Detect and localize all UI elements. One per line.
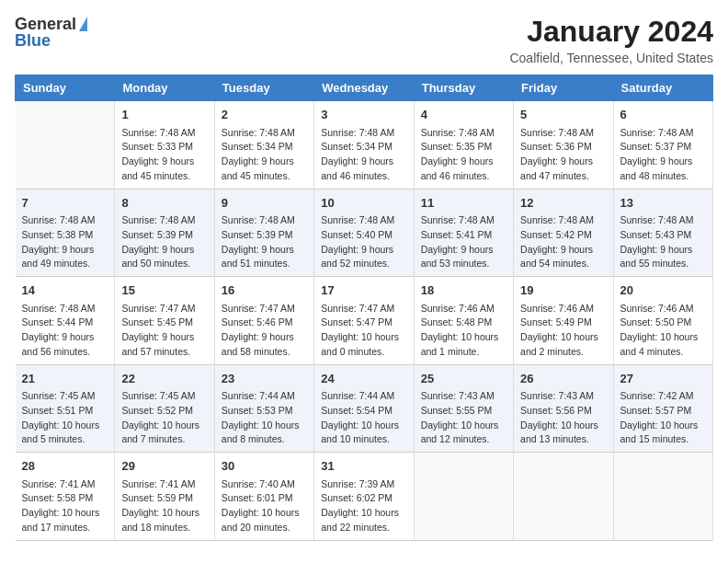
day-info: Sunrise: 7:44 AM Sunset: 5:53 PM Dayligh… — [222, 389, 307, 447]
day-number: 22 — [121, 370, 207, 388]
day-cell-17: 17Sunrise: 7:47 AM Sunset: 5:47 PM Dayli… — [314, 277, 414, 365]
day-number: 24 — [321, 370, 406, 388]
day-info: Sunrise: 7:43 AM Sunset: 5:56 PM Dayligh… — [520, 389, 606, 447]
day-cell-23: 23Sunrise: 7:44 AM Sunset: 5:53 PM Dayli… — [214, 364, 313, 453]
day-cell-27: 27Sunrise: 7:42 AM Sunset: 5:57 PM Dayli… — [613, 364, 712, 453]
title-area: January 2024 Coalfield, Tennessee, Unite… — [509, 15, 713, 65]
day-number: 8 — [121, 194, 207, 213]
day-info: Sunrise: 7:48 AM Sunset: 5:35 PM Dayligh… — [421, 126, 506, 184]
day-cell-19: 19Sunrise: 7:46 AM Sunset: 5:49 PM Dayli… — [514, 277, 613, 365]
day-cell-15: 15Sunrise: 7:47 AM Sunset: 5:45 PM Dayli… — [115, 277, 214, 365]
day-number: 14 — [22, 282, 108, 300]
day-info: Sunrise: 7:41 AM Sunset: 5:58 PM Dayligh… — [22, 477, 108, 535]
page-subtitle: Coalfield, Tennessee, United States — [509, 51, 713, 65]
day-info: Sunrise: 7:48 AM Sunset: 5:39 PM Dayligh… — [222, 213, 307, 271]
weekday-header-wednesday: Wednesday — [314, 75, 414, 101]
day-cell-21: 21Sunrise: 7:45 AM Sunset: 5:51 PM Dayli… — [16, 364, 115, 453]
day-info: Sunrise: 7:45 AM Sunset: 5:52 PM Dayligh… — [121, 389, 207, 447]
day-number: 3 — [321, 106, 406, 124]
day-cell-22: 22Sunrise: 7:45 AM Sunset: 5:52 PM Dayli… — [115, 364, 214, 453]
day-info: Sunrise: 7:48 AM Sunset: 5:39 PM Dayligh… — [121, 213, 207, 271]
day-info: Sunrise: 7:48 AM Sunset: 5:43 PM Dayligh… — [620, 213, 706, 271]
weekday-header-monday: Monday — [115, 75, 214, 101]
day-info: Sunrise: 7:48 AM Sunset: 5:38 PM Dayligh… — [22, 213, 108, 271]
day-number: 6 — [620, 106, 706, 124]
day-number: 20 — [620, 282, 706, 300]
day-number: 2 — [222, 106, 307, 124]
day-cell-25: 25Sunrise: 7:43 AM Sunset: 5:55 PM Dayli… — [414, 364, 513, 453]
week-row-4: 21Sunrise: 7:45 AM Sunset: 5:51 PM Dayli… — [16, 364, 713, 453]
day-cell-14: 14Sunrise: 7:48 AM Sunset: 5:44 PM Dayli… — [16, 277, 115, 365]
weekday-header-friday: Friday — [514, 75, 613, 101]
day-cell-10: 10Sunrise: 7:48 AM Sunset: 5:40 PM Dayli… — [314, 189, 414, 277]
week-row-2: 7Sunrise: 7:48 AM Sunset: 5:38 PM Daylig… — [16, 189, 713, 277]
day-number: 15 — [121, 282, 207, 300]
day-cell-4: 4Sunrise: 7:48 AM Sunset: 5:35 PM Daylig… — [414, 101, 513, 190]
day-info: Sunrise: 7:48 AM Sunset: 5:34 PM Dayligh… — [321, 126, 406, 184]
day-cell-2: 2Sunrise: 7:48 AM Sunset: 5:34 PM Daylig… — [214, 101, 313, 190]
empty-cell — [16, 101, 115, 190]
day-info: Sunrise: 7:48 AM Sunset: 5:37 PM Dayligh… — [620, 126, 706, 184]
day-info: Sunrise: 7:48 AM Sunset: 5:33 PM Dayligh… — [121, 126, 207, 184]
day-info: Sunrise: 7:46 AM Sunset: 5:49 PM Dayligh… — [520, 302, 606, 360]
day-number: 17 — [321, 282, 406, 300]
day-number: 11 — [421, 194, 506, 213]
day-cell-20: 20Sunrise: 7:46 AM Sunset: 5:50 PM Dayli… — [613, 277, 712, 365]
logo-blue-text: Blue — [15, 31, 51, 52]
day-number: 19 — [520, 282, 606, 300]
day-number: 18 — [421, 282, 506, 300]
day-number: 5 — [520, 106, 606, 124]
page-header: General Blue January 2024 Coalfield, Ten… — [15, 15, 713, 65]
day-cell-29: 29Sunrise: 7:41 AM Sunset: 5:59 PM Dayli… — [115, 453, 214, 541]
day-info: Sunrise: 7:48 AM Sunset: 5:40 PM Dayligh… — [321, 213, 406, 271]
day-cell-7: 7Sunrise: 7:48 AM Sunset: 5:38 PM Daylig… — [16, 189, 115, 277]
day-number: 1 — [121, 106, 207, 124]
weekday-header-thursday: Thursday — [414, 75, 513, 101]
day-number: 9 — [222, 194, 307, 213]
day-cell-24: 24Sunrise: 7:44 AM Sunset: 5:54 PM Dayli… — [314, 364, 414, 453]
day-info: Sunrise: 7:45 AM Sunset: 5:51 PM Dayligh… — [22, 389, 108, 447]
day-info: Sunrise: 7:43 AM Sunset: 5:55 PM Dayligh… — [421, 389, 506, 447]
day-info: Sunrise: 7:40 AM Sunset: 6:01 PM Dayligh… — [222, 477, 307, 535]
day-cell-8: 8Sunrise: 7:48 AM Sunset: 5:39 PM Daylig… — [115, 189, 214, 277]
day-info: Sunrise: 7:41 AM Sunset: 5:59 PM Dayligh… — [121, 477, 207, 535]
empty-cell — [514, 453, 613, 541]
day-number: 28 — [22, 457, 108, 476]
day-number: 7 — [22, 194, 108, 213]
day-info: Sunrise: 7:48 AM Sunset: 5:42 PM Dayligh… — [520, 213, 606, 271]
day-cell-16: 16Sunrise: 7:47 AM Sunset: 5:46 PM Dayli… — [214, 277, 313, 365]
day-number: 10 — [321, 194, 406, 213]
day-info: Sunrise: 7:47 AM Sunset: 5:45 PM Dayligh… — [121, 302, 207, 360]
day-info: Sunrise: 7:48 AM Sunset: 5:44 PM Dayligh… — [22, 302, 108, 360]
weekday-header-sunday: Sunday — [16, 75, 115, 101]
day-cell-26: 26Sunrise: 7:43 AM Sunset: 5:56 PM Dayli… — [514, 364, 613, 453]
logo-triangle-icon — [79, 17, 87, 31]
day-number: 27 — [620, 370, 706, 388]
week-row-1: 1Sunrise: 7:48 AM Sunset: 5:33 PM Daylig… — [16, 101, 713, 190]
day-cell-5: 5Sunrise: 7:48 AM Sunset: 5:36 PM Daylig… — [514, 101, 613, 190]
day-info: Sunrise: 7:39 AM Sunset: 6:02 PM Dayligh… — [321, 477, 406, 535]
day-info: Sunrise: 7:48 AM Sunset: 5:34 PM Dayligh… — [222, 126, 307, 184]
day-number: 16 — [222, 282, 307, 300]
day-cell-9: 9Sunrise: 7:48 AM Sunset: 5:39 PM Daylig… — [214, 189, 313, 277]
day-number: 12 — [520, 194, 606, 213]
day-cell-18: 18Sunrise: 7:46 AM Sunset: 5:48 PM Dayli… — [414, 277, 513, 365]
day-info: Sunrise: 7:42 AM Sunset: 5:57 PM Dayligh… — [620, 389, 706, 447]
day-info: Sunrise: 7:47 AM Sunset: 5:47 PM Dayligh… — [321, 302, 406, 360]
page-title: January 2024 — [509, 15, 713, 49]
day-number: 25 — [421, 370, 506, 388]
day-cell-6: 6Sunrise: 7:48 AM Sunset: 5:37 PM Daylig… — [613, 101, 712, 190]
day-number: 29 — [121, 457, 207, 476]
empty-cell — [613, 453, 712, 541]
day-info: Sunrise: 7:44 AM Sunset: 5:54 PM Dayligh… — [321, 389, 406, 447]
day-cell-12: 12Sunrise: 7:48 AM Sunset: 5:42 PM Dayli… — [514, 189, 613, 277]
weekday-header-row: SundayMondayTuesdayWednesdayThursdayFrid… — [16, 75, 713, 101]
day-number: 26 — [520, 370, 606, 388]
day-cell-1: 1Sunrise: 7:48 AM Sunset: 5:33 PM Daylig… — [115, 101, 214, 190]
empty-cell — [414, 453, 513, 541]
day-cell-13: 13Sunrise: 7:48 AM Sunset: 5:43 PM Dayli… — [613, 189, 712, 277]
day-cell-28: 28Sunrise: 7:41 AM Sunset: 5:58 PM Dayli… — [16, 453, 115, 541]
day-info: Sunrise: 7:47 AM Sunset: 5:46 PM Dayligh… — [222, 302, 307, 360]
day-cell-11: 11Sunrise: 7:48 AM Sunset: 5:41 PM Dayli… — [414, 189, 513, 277]
logo: General Blue — [15, 15, 87, 51]
